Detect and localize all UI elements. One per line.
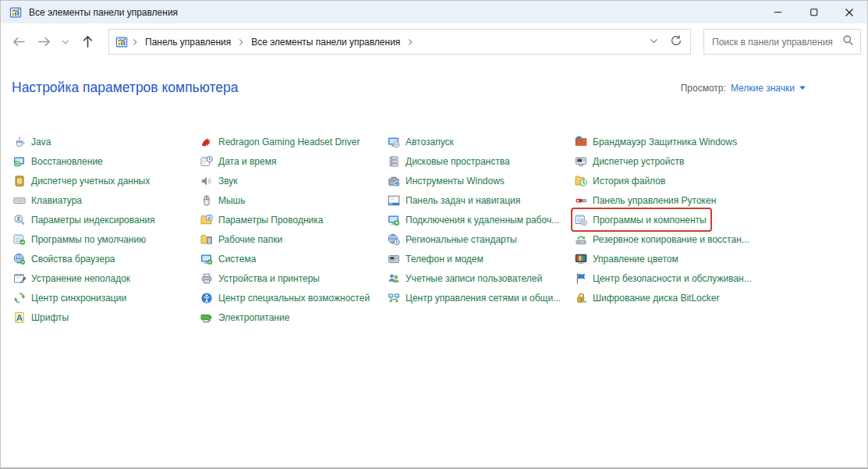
control-panel-item[interactable]: Redragon Gaming Headset Driver — [199, 132, 363, 151]
maximize-button[interactable] — [795, 1, 831, 23]
windows-tools-icon — [388, 175, 400, 187]
control-panel-item[interactable]: Параметры индексирования — [12, 210, 158, 229]
control-panel-item[interactable]: Система — [199, 249, 259, 268]
item-label: Программы по умолчанию — [31, 234, 146, 245]
item-label: Центр безопасности и обслуживан... — [593, 273, 752, 284]
navigation-bar: Панель управления Все элементы панели уп… — [1, 23, 867, 60]
control-panel-item[interactable]: Рабочие папки — [199, 229, 285, 249]
mouse-icon — [200, 194, 213, 207]
item-label: Клавиатура — [31, 195, 82, 206]
sound-icon — [200, 175, 213, 187]
control-panel-item[interactable]: Телефон и модем — [386, 249, 487, 268]
control-panel-item[interactable]: Устранение неполадок — [12, 268, 133, 288]
address-dropdown-icon[interactable] — [649, 35, 659, 49]
backup-restore-icon — [575, 233, 587, 246]
control-panel-item[interactable]: Дата и время — [199, 151, 279, 171]
control-panel-item[interactable]: Региональные стандарты — [386, 229, 520, 249]
control-panel-item[interactable]: Электропитание — [199, 307, 292, 327]
file-history-icon — [575, 175, 587, 187]
item-label: Устранение неполадок — [31, 273, 130, 284]
item-label: Дата и время — [218, 156, 276, 167]
item-label: Подключения к удаленным рабоч... — [406, 215, 559, 226]
items-column-4: Брандмауэр Защитника WindowsДиспетчер ус… — [573, 132, 760, 327]
minimize-button[interactable] — [760, 1, 795, 23]
item-label: Redragon Gaming Headset Driver — [218, 137, 360, 147]
item-label: Электропитание — [218, 312, 289, 323]
control-panel-item[interactable]: Java — [12, 132, 54, 151]
control-panel-item[interactable]: Панель управления Рутокен — [573, 190, 719, 210]
control-panel-item[interactable]: Мышь — [199, 190, 249, 210]
control-panel-item[interactable]: Программы и компоненты — [573, 210, 710, 229]
firewall-icon — [575, 136, 587, 148]
item-label: Система — [218, 254, 256, 265]
control-panel-item[interactable]: Центр управления сетями и общи... — [386, 288, 564, 307]
window-controls — [760, 1, 867, 23]
network-center-icon — [388, 292, 400, 304]
folder-options-icon — [200, 214, 213, 226]
control-panel-item[interactable]: Устройства и принтеры — [199, 268, 323, 288]
control-panel-item[interactable]: Дисковые пространства — [386, 151, 513, 171]
troubleshooting-icon — [13, 272, 26, 285]
control-panel-item[interactable]: Звук — [199, 171, 241, 190]
control-panel-item[interactable]: Брандмауэр Защитника Windows — [573, 132, 740, 151]
search-input[interactable] — [712, 37, 842, 48]
control-panel-item[interactable]: История файлов — [573, 171, 668, 190]
view-label: Просмотр: — [681, 83, 726, 94]
item-label: Центр специальных возможностей — [218, 293, 370, 304]
control-panel-item[interactable]: Управление цветом — [573, 249, 682, 268]
fonts-icon — [13, 311, 26, 324]
view-by-dropdown[interactable]: Мелкие значки — [731, 83, 806, 94]
breadcrumb-item-all-items[interactable]: Все элементы панели управления — [248, 37, 403, 48]
phone-modem-icon — [388, 253, 400, 265]
search-box[interactable] — [703, 29, 861, 55]
control-panel-item[interactable]: Шрифты — [12, 307, 72, 327]
control-panel-item[interactable]: Шифрование диска BitLocker — [573, 288, 722, 307]
refresh-icon[interactable] — [670, 34, 682, 50]
item-label: Брандмауэр Защитника Windows — [593, 137, 737, 147]
control-panel-item[interactable]: Автозапуск — [386, 132, 457, 151]
control-panel-item[interactable]: Учетные записи пользователей — [386, 268, 545, 288]
control-panel-item[interactable]: Свойства браузера — [12, 249, 119, 268]
control-panel-item[interactable]: Программы по умолчанию — [12, 229, 149, 249]
chevron-right-icon[interactable] — [236, 37, 246, 48]
control-panel-item[interactable]: Панель задач и навигация — [386, 190, 523, 210]
chevron-right-icon[interactable] — [405, 37, 416, 48]
item-label: Диспетчер устройств — [593, 156, 684, 167]
control-panel-item[interactable]: Центр специальных возможностей — [199, 288, 373, 307]
close-button[interactable] — [831, 1, 867, 23]
breadcrumb[interactable]: Панель управления Все элементы панели уп… — [108, 29, 691, 55]
control-panel-item[interactable]: Центр синхронизации — [12, 288, 129, 307]
item-label: Устройства и принтеры — [218, 273, 320, 284]
control-panel-window: Все элементы панели управления — [0, 0, 868, 469]
back-button[interactable] — [9, 32, 29, 52]
recent-pages-chevron-icon[interactable] — [58, 32, 73, 52]
forward-button[interactable] — [34, 32, 54, 52]
view-control: Просмотр: Мелкие значки — [681, 83, 806, 94]
control-panel-item[interactable]: Клавиатура — [12, 190, 85, 210]
page-header: Настройка параметров компьютера Просмотр… — [12, 80, 867, 96]
search-icon[interactable] — [842, 34, 854, 49]
item-label: Резервное копирование и восстан... — [593, 234, 749, 245]
control-panel-item[interactable]: Диспетчер устройств — [573, 151, 687, 171]
control-panel-item[interactable]: Центр безопасности и обслуживан... — [573, 268, 755, 288]
internet-options-icon — [13, 253, 26, 265]
control-panel-item[interactable]: Восстановление — [12, 151, 106, 171]
control-panel-item[interactable]: Резервное копирование и восстан... — [573, 229, 753, 249]
date-time-icon — [200, 155, 213, 168]
device-manager-icon — [575, 155, 587, 168]
control-panel-item[interactable]: Инструменты Windows — [386, 171, 508, 190]
item-label: Дисковые пространства — [406, 156, 510, 167]
item-label: Учетные записи пользователей — [406, 273, 542, 284]
color-management-icon — [575, 253, 587, 265]
control-panel-item[interactable]: Диспетчер учетных данных — [12, 171, 153, 190]
up-button[interactable] — [77, 32, 97, 52]
sync-center-icon — [13, 292, 26, 304]
breadcrumb-item-control-panel[interactable]: Панель управления — [142, 37, 234, 48]
indexing-options-icon — [13, 214, 26, 226]
recovery-icon — [13, 155, 26, 168]
control-panel-item[interactable]: Параметры Проводника — [199, 210, 326, 229]
user-accounts-icon — [388, 272, 400, 285]
control-panel-item[interactable]: Подключения к удаленным рабоч... — [386, 210, 562, 229]
chevron-right-icon — [129, 37, 140, 48]
credential-manager-icon — [13, 175, 26, 187]
